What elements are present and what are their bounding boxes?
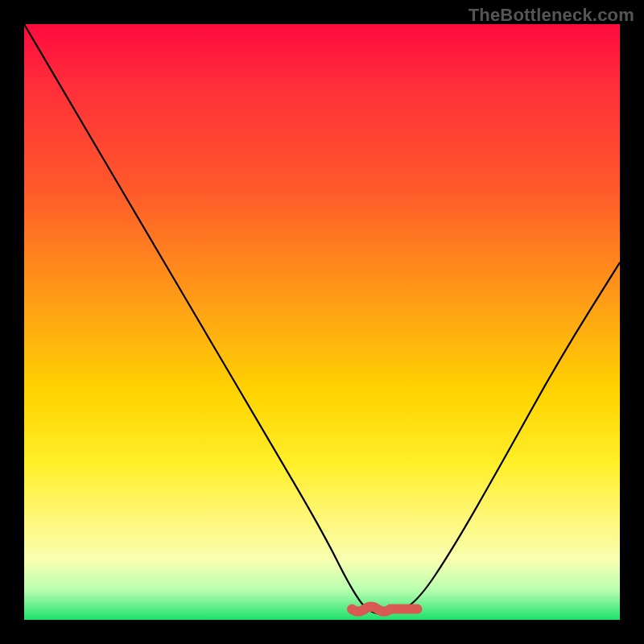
watermark-text: TheBottleneck.com: [469, 5, 634, 26]
curve-svg: [24, 24, 620, 620]
chart-stage: TheBottleneck.com: [0, 0, 644, 644]
valley-marker: [352, 607, 417, 612]
plot-area: [24, 24, 620, 620]
bottleneck-curve: [24, 24, 620, 614]
